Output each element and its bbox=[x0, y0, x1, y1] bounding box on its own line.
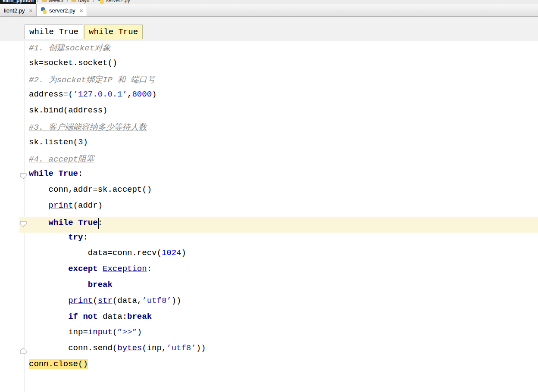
find-highlight: conn.close() bbox=[29, 359, 88, 369]
breadcrumb-item-week3[interactable]: week3 bbox=[39, 0, 66, 4]
code-line: inp=input(”>>”) bbox=[0, 327, 538, 343]
code-token: inp= bbox=[29, 327, 88, 337]
text-caret bbox=[98, 218, 99, 229]
completion-item[interactable]: while True bbox=[25, 25, 83, 39]
breadcrumb-item-earn_python[interactable]: earn_python bbox=[0, 0, 36, 4]
code-token: while True bbox=[29, 169, 78, 178]
code-line: if not data:break bbox=[0, 312, 538, 328]
code-token: address=( bbox=[29, 90, 73, 99]
code-token: ’utf8’ bbox=[142, 296, 171, 305]
completion-popup: while Truewhile True bbox=[0, 17, 538, 39]
code-line: except Exception: bbox=[0, 264, 538, 280]
tab-close-icon[interactable]: × bbox=[80, 8, 83, 13]
code-token: 8000 bbox=[132, 90, 152, 99]
code-line: sk.bind(address) bbox=[0, 106, 538, 121]
code-token: 1024 bbox=[162, 248, 181, 258]
code-token: (data, bbox=[113, 296, 142, 305]
code-token: Exception bbox=[103, 264, 147, 274]
code-token: data: bbox=[98, 312, 127, 321]
breadcrumb: earn_python/week3/day6/server2.py bbox=[0, 0, 538, 4]
code-token: if not bbox=[68, 312, 97, 321]
fold-marker-up[interactable] bbox=[20, 348, 27, 354]
code-token: ’utf8’ bbox=[166, 343, 196, 353]
breadcrumb-label: week3 bbox=[48, 0, 63, 3]
code-token: print bbox=[49, 201, 73, 210]
breadcrumb-separator: / bbox=[92, 0, 95, 3]
code-token: try bbox=[68, 233, 83, 242]
code-token: sk.listen( bbox=[29, 137, 78, 147]
tab-close-icon[interactable]: × bbox=[29, 8, 32, 13]
code-token: ) bbox=[152, 90, 156, 99]
code-area[interactable]: #1. 创建socket对象sk=socket.socket()#2. 为soc… bbox=[0, 42, 538, 375]
code-token: break bbox=[127, 312, 152, 321]
fold-marker-down[interactable] bbox=[20, 173, 27, 179]
code-line: #3. 客户端能容纳多少等待人数 bbox=[0, 121, 538, 137]
code-token bbox=[29, 201, 49, 210]
code-line: conn,addr=sk.accept() bbox=[0, 185, 538, 201]
code-token: ) bbox=[83, 137, 88, 147]
code-line: #4. accept阻塞 bbox=[0, 153, 538, 169]
code-token: conn.send( bbox=[29, 343, 117, 353]
editor-chrome: while Truewhile True bbox=[0, 17, 538, 41]
code-token: str bbox=[98, 296, 113, 305]
code-token: : bbox=[83, 233, 88, 242]
breadcrumb-item-server2.py[interactable]: server2.py bbox=[95, 0, 133, 4]
tab-label: server2.py bbox=[49, 7, 75, 14]
code-token: (addr) bbox=[73, 201, 103, 210]
code-token: ”>>” bbox=[117, 327, 137, 337]
code-token: (inp, bbox=[142, 343, 166, 353]
breadcrumb-label: day6 bbox=[78, 0, 89, 3]
code-line: address=(’127.0.0.1’,8000) bbox=[0, 90, 538, 106]
python-icon bbox=[41, 7, 47, 14]
folder-icon bbox=[72, 0, 76, 2]
code-token bbox=[98, 264, 103, 274]
code-line: while True: bbox=[0, 169, 538, 185]
code-line: conn.close() bbox=[0, 359, 538, 375]
code-token: ’127.0.0.1’ bbox=[73, 90, 127, 99]
code-token: break bbox=[88, 280, 113, 289]
code-token bbox=[29, 312, 68, 321]
fold-marker-down[interactable] bbox=[20, 221, 27, 227]
code-token: bytes bbox=[117, 343, 142, 353]
editor[interactable]: #1. 创建socket对象sk=socket.socket()#2. 为soc… bbox=[0, 41, 538, 392]
breadcrumb-separator: / bbox=[36, 0, 39, 3]
code-line: data=conn.recv(1024) bbox=[0, 248, 538, 264]
code-token: ) bbox=[137, 327, 142, 337]
code-line: try: bbox=[0, 233, 538, 249]
code-token: sk.bind(address) bbox=[29, 106, 107, 115]
code-token: #1. 创建socket对象 bbox=[29, 44, 111, 53]
code-token: , bbox=[127, 90, 132, 99]
code-token: conn,addr=sk.accept() bbox=[29, 185, 152, 194]
tab-server2.py[interactable]: server2.py× bbox=[37, 4, 87, 16]
code-token: except bbox=[68, 264, 97, 274]
code-token: 3 bbox=[78, 137, 83, 147]
code-token: print bbox=[68, 296, 93, 305]
tab-bar: lient2.py×server2.py× bbox=[0, 4, 538, 17]
code-token: ( bbox=[113, 327, 117, 337]
code-token bbox=[29, 280, 88, 289]
completion-item[interactable]: while True bbox=[84, 25, 143, 39]
code-line: #1. 创建socket对象 bbox=[0, 42, 538, 58]
code-line: print(addr) bbox=[0, 201, 538, 217]
breadcrumb-item-day6[interactable]: day6 bbox=[69, 0, 92, 4]
code-line: print(str(data,’utf8’)) bbox=[0, 296, 538, 312]
breadcrumb-label: earn_python bbox=[3, 0, 34, 3]
code-token: input bbox=[88, 327, 113, 337]
code-line: sk.listen(3) bbox=[0, 137, 538, 153]
python-icon bbox=[98, 0, 104, 4]
tab-label: lient2.py bbox=[4, 7, 25, 14]
code-token bbox=[29, 264, 68, 274]
ide-window: earn_python/week3/day6/server2.py lient2… bbox=[0, 0, 538, 392]
code-token: ( bbox=[93, 296, 97, 305]
code-token: #3. 客户端能容纳多少等待人数 bbox=[29, 123, 147, 132]
code-token: data=conn.recv( bbox=[29, 248, 162, 258]
code-token: : bbox=[78, 169, 83, 178]
breadcrumb-separator: / bbox=[66, 0, 69, 3]
tab-lient2.py[interactable]: lient2.py× bbox=[0, 4, 37, 16]
code-token: : bbox=[147, 264, 152, 274]
code-token: sk=socket.socket() bbox=[29, 58, 117, 68]
code-line: while True: bbox=[0, 217, 538, 233]
code-token: #4. accept阻塞 bbox=[29, 155, 94, 164]
code-token bbox=[29, 218, 49, 227]
code-token: )) bbox=[196, 343, 206, 353]
